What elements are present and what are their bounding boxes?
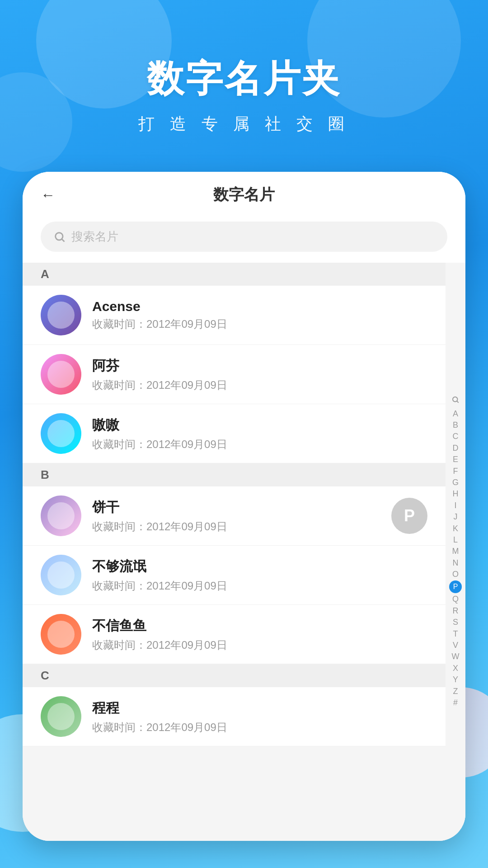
list-item[interactable]: 嗷嗷收藏时间：2012年09月09日 [23,404,446,463]
contact-name: 程程 [92,699,427,717]
phone-mockup: ← 数字名片 搜索名片 AAcense收藏时间：2012年09月09日阿芬收藏时… [23,172,465,841]
alpha-item-N[interactable]: N [447,558,464,568]
avatar [41,295,81,335]
contact-date: 收藏时间：2012年09月09日 [92,378,427,392]
alpha-item-K[interactable]: K [447,524,464,534]
contact-info: 嗷嗷收藏时间：2012年09月09日 [92,416,427,452]
main-title: 数字名片夹 [0,54,488,104]
contact-name: 不够流氓 [92,557,427,576]
page-title: 数字名片 [213,184,275,205]
search-icon [53,231,66,243]
list-item[interactable]: 饼干收藏时间：2012年09月09日P [23,486,446,546]
contact-info: 不信鱼鱼收藏时间：2012年09月09日 [92,617,427,652]
alpha-item-L[interactable]: L [447,535,464,545]
contact-date: 收藏时间：2012年09月09日 [92,579,427,593]
contact-list[interactable]: AAcense收藏时间：2012年09月09日阿芬收藏时间：2012年09月09… [23,263,465,841]
contact-info: 不够流氓收藏时间：2012年09月09日 [92,557,427,593]
alpha-item-#[interactable]: # [447,698,464,708]
contact-name: 阿芬 [92,357,427,375]
p-badge: P [391,498,427,534]
section-header-A: A [23,263,446,286]
svg-line-1 [62,239,64,241]
contact-info: 程程收藏时间：2012年09月09日 [92,699,427,735]
avatar [41,354,81,395]
alpha-item-S[interactable]: S [447,617,464,627]
back-button[interactable]: ← [41,187,55,203]
alpha-item-T[interactable]: T [447,629,464,639]
contact-date: 收藏时间：2012年09月09日 [92,720,427,735]
contact-info: 阿芬收藏时间：2012年09月09日 [92,357,427,392]
alpha-item-V[interactable]: V [447,640,464,651]
contact-info: Acense收藏时间：2012年09月09日 [92,299,427,331]
search-placeholder: 搜索名片 [71,229,118,245]
alphabet-index: ABCDEFGHIJKLMNOPQRSTVWXYZ# [446,263,465,841]
alpha-item-D[interactable]: D [447,443,464,453]
alpha-item-J[interactable]: J [447,512,464,522]
avatar [41,696,81,737]
section-header-C: C [23,664,446,687]
header-section: 数字名片夹 打 造 专 属 社 交 圈 [0,54,488,135]
alpha-item-B[interactable]: B [447,420,464,430]
contact-date: 收藏时间：2012年09月09日 [92,317,427,331]
list-item[interactable]: Acense收藏时间：2012年09月09日 [23,286,446,345]
contact-name: Acense [92,299,427,314]
list-item[interactable]: 不够流氓收藏时间：2012年09月09日 [23,546,446,605]
contact-name: 饼干 [92,498,380,517]
alpha-item-P[interactable]: P [449,580,462,593]
alpha-item-H[interactable]: H [447,489,464,499]
alpha-item-R[interactable]: R [447,606,464,616]
alpha-item-Y[interactable]: Y [447,675,464,685]
alpha-item-O[interactable]: O [447,569,464,580]
alpha-item-Z[interactable]: Z [447,686,464,697]
nav-bar: ← 数字名片 [23,172,465,214]
list-item[interactable]: 不信鱼鱼收藏时间：2012年09月09日 [23,605,446,664]
svg-line-3 [457,401,458,402]
alpha-item-Q[interactable]: Q [447,594,464,604]
alpha-item-C[interactable]: C [447,431,464,442]
list-item[interactable]: 程程收藏时间：2012年09月09日 [23,687,446,746]
alpha-search-icon[interactable] [451,396,460,406]
avatar [41,555,81,595]
search-container: 搜索名片 [23,214,465,263]
alpha-item-A[interactable]: A [447,409,464,419]
phone-content: ← 数字名片 搜索名片 AAcense收藏时间：2012年09月09日阿芬收藏时… [23,172,465,841]
avatar [41,495,81,536]
contact-date: 收藏时间：2012年09月09日 [92,638,427,652]
contact-date: 收藏时间：2012年09月09日 [92,437,427,452]
avatar [41,413,81,454]
svg-point-0 [56,232,63,240]
alpha-item-I[interactable]: I [447,500,464,511]
avatar [41,614,81,655]
contact-name: 不信鱼鱼 [92,617,427,635]
list-item[interactable]: 阿芬收藏时间：2012年09月09日 [23,345,446,404]
search-bar[interactable]: 搜索名片 [41,222,447,252]
alpha-item-G[interactable]: G [447,477,464,488]
alpha-item-F[interactable]: F [447,466,464,476]
alpha-item-E[interactable]: E [447,454,464,465]
section-header-B: B [23,463,446,486]
contact-date: 收藏时间：2012年09月09日 [92,519,380,534]
alpha-item-W[interactable]: W [447,651,464,662]
svg-point-2 [453,397,458,402]
contact-name: 嗷嗷 [92,416,427,434]
contact-info: 饼干收藏时间：2012年09月09日 [92,498,380,534]
sub-title: 打 造 专 属 社 交 圈 [0,113,488,135]
alpha-item-X[interactable]: X [447,663,464,674]
alpha-item-M[interactable]: M [447,546,464,557]
